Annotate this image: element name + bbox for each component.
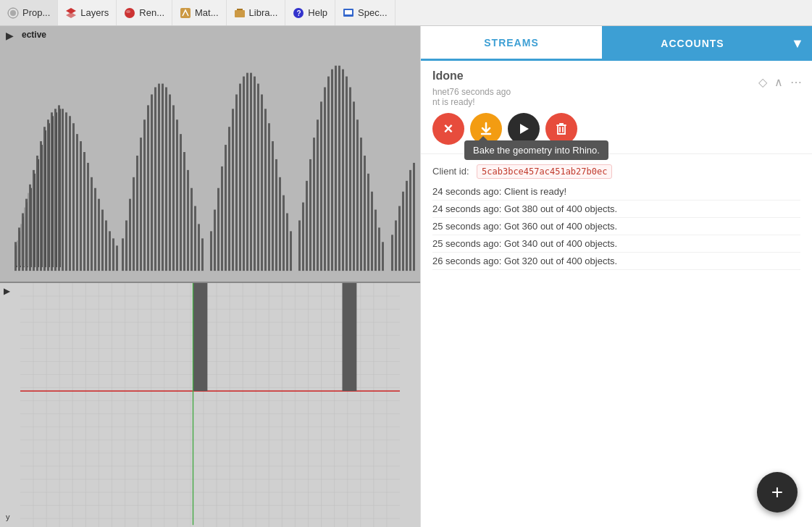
svg-rect-101 (346, 77, 348, 271)
svg-rect-117 (409, 170, 411, 271)
svg-rect-104 (356, 119, 359, 271)
svg-rect-108 (371, 192, 373, 271)
svg-rect-36 (98, 199, 100, 271)
svg-rect-107 (367, 174, 369, 271)
svg-rect-76 (250, 73, 252, 271)
svg-rect-133 (20, 224, 22, 266)
svg-rect-46 (136, 156, 138, 271)
svg-rect-103 (353, 101, 355, 271)
stream-card-header: Idone (432, 69, 800, 83)
svg-rect-43 (125, 220, 127, 271)
svg-rect-30 (76, 134, 78, 271)
svg-rect-48 (143, 119, 146, 271)
svg-rect-63 (198, 224, 200, 271)
svg-rect-54 (165, 88, 167, 271)
svg-rect-100 (342, 69, 344, 271)
tab-accounts[interactable]: ACCOUNTS (602, 26, 783, 61)
svg-rect-50 (151, 94, 153, 271)
svg-rect-57 (176, 119, 178, 271)
svg-rect-67 (217, 188, 219, 271)
svg-rect-131 (59, 109, 61, 267)
svg-rect-66 (214, 210, 216, 271)
tab-layers[interactable]: Layers (58, 0, 117, 25)
svg-rect-92 (313, 138, 315, 271)
svg-rect-87 (290, 231, 292, 271)
ellipsis-button[interactable]: ⋯ (789, 74, 803, 90)
svg-rect-38 (105, 220, 107, 271)
close-button[interactable]: × (432, 113, 464, 145)
viewport-3d[interactable]: ▶ ective (0, 26, 420, 283)
tab-render[interactable]: Ren... (117, 0, 172, 25)
svg-rect-62 (194, 206, 196, 271)
tab-streams[interactable]: STREAMS (421, 26, 602, 61)
tab-libraries[interactable]: Libra... (227, 0, 286, 25)
svg-rect-29 (72, 123, 75, 271)
svg-rect-97 (331, 69, 333, 271)
top-view-arrow: ▶ (4, 287, 9, 296)
svg-rect-106 (364, 156, 366, 271)
svg-rect-34 (91, 177, 93, 271)
download-icon (479, 122, 493, 136)
svg-rect-7 (235, 10, 245, 17)
svg-rect-128 (49, 123, 50, 267)
svg-rect-118 (413, 163, 415, 271)
svg-rect-109 (374, 210, 377, 271)
tab-help[interactable]: ? Help (285, 0, 335, 25)
svg-rect-129 (52, 116, 54, 267)
perspective-label: ective (22, 30, 46, 40)
svg-rect-116 (406, 181, 408, 271)
diamond-button[interactable]: ◇ (757, 74, 769, 90)
svg-rect-94 (320, 101, 322, 271)
play-icon (517, 122, 530, 135)
stream-name: Idone (432, 69, 800, 83)
svg-rect-99 (338, 66, 340, 271)
stream-status: nt is ready! (432, 97, 800, 107)
svg-rect-134 (24, 208, 25, 267)
svg-rect-184 (193, 283, 208, 391)
svg-rect-39 (109, 231, 111, 271)
svg-rect-130 (56, 112, 57, 267)
svg-rect-71 (232, 109, 234, 271)
svg-point-5 (126, 10, 130, 13)
chevron-up-button[interactable]: ∧ (773, 74, 784, 90)
svg-rect-90 (306, 181, 308, 271)
svg-rect-47 (140, 138, 142, 271)
svg-rect-111 (382, 242, 384, 271)
svg-rect-132 (17, 240, 18, 266)
log-entry-4: 26 seconds ago: Got 320 out of 400 objec… (432, 253, 800, 270)
tab-materials[interactable]: Mat... (172, 0, 227, 25)
speckle-icon (343, 7, 354, 19)
svg-marker-188 (520, 124, 529, 134)
svg-rect-73 (239, 84, 241, 271)
svg-rect-40 (112, 238, 114, 271)
svg-rect-95 (324, 88, 326, 271)
log-entry-0: 24 seconds ago: Client is ready! (432, 183, 800, 201)
tab-speckle[interactable]: Spec... (335, 0, 395, 25)
svg-rect-27 (65, 112, 67, 271)
svg-rect-80 (264, 109, 267, 271)
right-panel: STREAMS ACCOUNTS ▼ Idone hnet76 seconds … (420, 26, 812, 527)
svg-rect-28 (69, 116, 71, 271)
svg-rect-115 (402, 192, 404, 271)
tab-properties[interactable]: Prop... (0, 0, 58, 25)
svg-rect-114 (398, 206, 401, 271)
svg-rect-55 (169, 94, 171, 271)
svg-rect-33 (87, 163, 89, 271)
svg-rect-102 (349, 88, 351, 271)
properties-icon (7, 7, 19, 19)
svg-rect-74 (243, 77, 245, 271)
svg-rect-58 (180, 134, 182, 271)
svg-rect-89 (302, 203, 304, 271)
viewport-top[interactable]: y ▶ (0, 283, 420, 527)
render-icon (124, 7, 135, 19)
svg-rect-41 (116, 245, 118, 271)
fab-add-button[interactable]: + (757, 472, 798, 513)
svg-rect-78 (257, 84, 259, 271)
svg-rect-124 (34, 174, 35, 267)
panel-dropdown[interactable]: ▼ (783, 36, 812, 51)
svg-rect-112 (391, 235, 393, 271)
log-entry-1: 24 seconds ago: Got 380 out of 400 objec… (432, 201, 800, 218)
svg-rect-68 (221, 166, 223, 271)
svg-rect-32 (83, 152, 85, 271)
svg-point-1 (10, 10, 16, 16)
